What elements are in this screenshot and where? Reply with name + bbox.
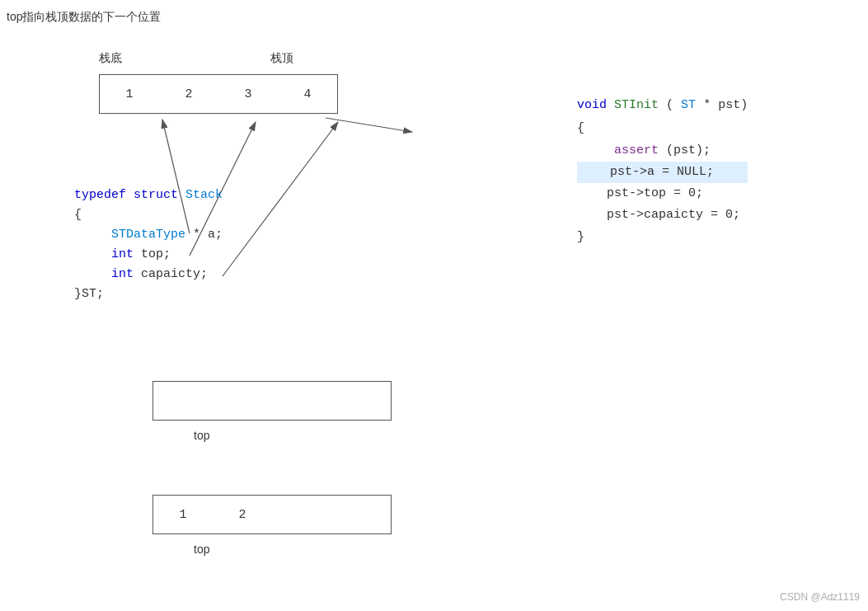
array-cell-4: 4 [278, 75, 337, 113]
top-label-bottom: top [194, 543, 209, 556]
code-left-line4: int top; [74, 245, 223, 265]
array-box-mid [152, 381, 392, 421]
page-title: top指向栈顶数据的下一个位置 [7, 10, 161, 25]
code-right-line1: void STInit ( ST * pst) [577, 95, 748, 116]
code-block-right: void STInit ( ST * pst) { assert (pst); … [577, 95, 748, 248]
code-right-line2: { [577, 118, 748, 139]
page-container: top指向栈顶数据的下一个位置 栈底 栈顶 1 2 3 4 typedef st… [0, 0, 868, 611]
code-block-left: typedef struct Stack { STDataType * a; i… [74, 186, 223, 304]
stack-labels: 栈底 栈顶 [99, 51, 293, 66]
stack-top-label: 栈顶 [270, 51, 293, 66]
array-box-top: 1 2 3 4 [99, 74, 338, 114]
code-left-line3: STDataType * a; [74, 225, 223, 245]
svg-line-4 [326, 118, 412, 132]
array-cell-1: 1 [100, 75, 159, 113]
code-right-line6: pst->capaicty = 0; [577, 204, 748, 226]
array-cell-3: 3 [218, 75, 278, 113]
bottom-array-cell-1: 1 [153, 496, 213, 533]
array-box-bottom: 1 2 [152, 495, 392, 534]
code-left-line6: }ST; [74, 284, 223, 304]
stack-bottom-label: 栈底 [99, 51, 122, 66]
top-label-mid: top [194, 429, 209, 442]
code-left-line1: typedef struct Stack [74, 186, 223, 205]
code-left-line2: { [74, 205, 223, 225]
code-right-line3: assert (pst); [577, 140, 748, 162]
watermark: CSDN @Adz1119 [780, 591, 860, 603]
svg-line-3 [223, 122, 338, 276]
array-cell-2: 2 [159, 75, 218, 113]
code-right-line4: pst->a = NULL; [577, 162, 748, 183]
code-right-line5: pst->top = 0; [577, 183, 748, 204]
bottom-array-cell-2: 2 [213, 496, 272, 533]
code-right-line7: } [577, 227, 748, 248]
code-left-line5: int capaicty; [74, 265, 223, 284]
